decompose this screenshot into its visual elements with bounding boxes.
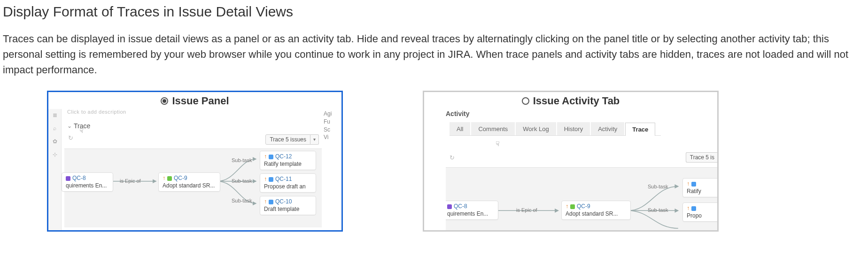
tab-all[interactable]: All [450,122,470,135]
priority-icon: ↑ [163,175,165,182]
graph-node-qc10[interactable]: ↑QC-10 Draft template [260,196,316,215]
section-intro: Traces can be displayed in issue detail … [3,31,865,78]
edge-label: Sub-task [648,207,668,213]
issue-summary: quirements En... [447,210,494,218]
tab-trace[interactable]: Trace [625,123,655,136]
issue-summary: Ratify [687,188,716,195]
issue-key: QC-11 [275,176,292,183]
edge-label: Sub-task [232,157,252,163]
activity-section-title: Activity [446,110,717,117]
tab-activity[interactable]: Activity [591,122,624,135]
cursor-icon: ☟ [79,127,84,134]
trace-issues-button[interactable]: Trace 5 is [686,152,718,163]
option-header: Issue Panel [48,92,341,109]
issue-key: QC-9 [174,175,187,182]
graph-node-qc12[interactable]: ↑QC-12 Ratify template [260,151,316,170]
snip: Agi [324,110,339,118]
snip: Fu [324,118,339,126]
priority-icon: ↑ [264,176,267,183]
priority-icon: ↑ [264,153,267,161]
tab-worklog[interactable]: Work Log [516,122,556,135]
option-header: Issue Activity Tab [424,92,717,109]
edge-label: Sub-task [232,198,252,203]
edge-label: Sub-task [648,184,668,189]
trace-button-label: Trace 5 issues [265,134,310,145]
subtask-icon [691,206,696,211]
graph-node-qc8[interactable]: QC-8 quirements En... [62,172,113,192]
snip: Sc [324,126,339,134]
subtask-icon [269,177,273,182]
trace-graph: QC-8 quirements En... is Epic of ↑QC-9 A… [446,167,717,230]
issue-key: QC-8 [72,175,86,182]
priority-icon: ↑ [687,180,690,188]
edge-label: Sub-task [232,178,252,184]
issue-summary: Ratify template [264,161,312,168]
graph-node-partial-mid[interactable]: ↑ Propo [682,202,717,222]
rail-item-icon: ⌕ [53,125,56,132]
rail-item-icon: ≣ [53,112,57,118]
priority-icon: ↑ [264,198,267,206]
radio-icon[interactable] [161,97,168,105]
rail-item-icon: ⊹ [53,151,57,158]
edge-label: is Epic of [516,207,537,213]
subtask-icon [269,200,273,204]
subtask-icon [269,155,273,159]
priority-icon: ↑ [566,203,568,210]
priority-icon: ↑ [687,205,690,212]
graph-node-qc9[interactable]: ↑QC-9 Adopt standard SR... [561,201,631,220]
issue-key: QC-12 [275,153,292,161]
subtask-icon [691,182,696,187]
option-issue-panel[interactable]: Issue Panel ≣ ⌕ ✿ ⊹ Click to add descrip… [47,91,343,232]
rail-item-icon: ✿ [53,138,57,145]
refresh-icon[interactable]: ↻ [68,134,73,141]
issue-key: QC-8 [454,203,467,210]
story-icon [570,204,575,209]
left-rail: ≣ ⌕ ✿ ⊹ [48,109,62,230]
story-icon [167,176,172,181]
graph-node-partial-top[interactable]: ↑ Ratify [682,178,717,197]
issue-summary: Adopt standard SR... [163,182,216,190]
graph-node-qc8[interactable]: QC-8 quirements En... [446,201,498,220]
trace-panel-header[interactable]: Trace [67,122,90,130]
issue-summary: quirements En... [66,182,109,190]
right-snippet: Agi Fu Sc Vi [324,110,339,141]
section-title: Display Format of Traces in Issue Detail… [3,4,868,20]
add-description-placeholder[interactable]: Click to add description [67,109,126,115]
issue-summary: Draft template [264,206,312,213]
tab-comments[interactable]: Comments [471,122,515,135]
option-issue-activity-tab[interactable]: Issue Activity Tab Activity All Comments… [423,91,719,232]
epic-icon [447,204,452,209]
dropdown-icon[interactable]: ▾ [310,134,319,145]
snip: Vi [324,133,339,141]
issue-summary: Propo [687,212,716,220]
trace-issues-button[interactable]: Trace 5 issues ▾ [265,134,319,145]
graph-node-qc9[interactable]: ↑QC-9 Adopt standard SR... [158,172,220,192]
graph-node-qc11[interactable]: ↑QC-11 Propose draft an [260,173,316,193]
issue-key: QC-9 [577,203,590,210]
epic-icon [66,176,70,181]
trace-graph: QC-8 quirements En... is Epic of ↑QC-9 A… [64,148,322,227]
refresh-icon[interactable]: ↻ [450,154,455,161]
option-label: Issue Activity Tab [533,95,620,107]
tab-history[interactable]: History [557,122,590,135]
issue-summary: Propose draft an [264,183,312,191]
issue-key: QC-10 [275,198,292,206]
edge-label: is Epic of [120,178,141,184]
issue-summary: Adopt standard SR... [566,210,627,218]
cursor-icon: ☟ [496,140,500,148]
activity-tabstrip: All Comments Work Log History Activity T… [450,122,661,136]
option-label: Issue Panel [172,95,229,107]
radio-icon[interactable] [522,97,529,105]
